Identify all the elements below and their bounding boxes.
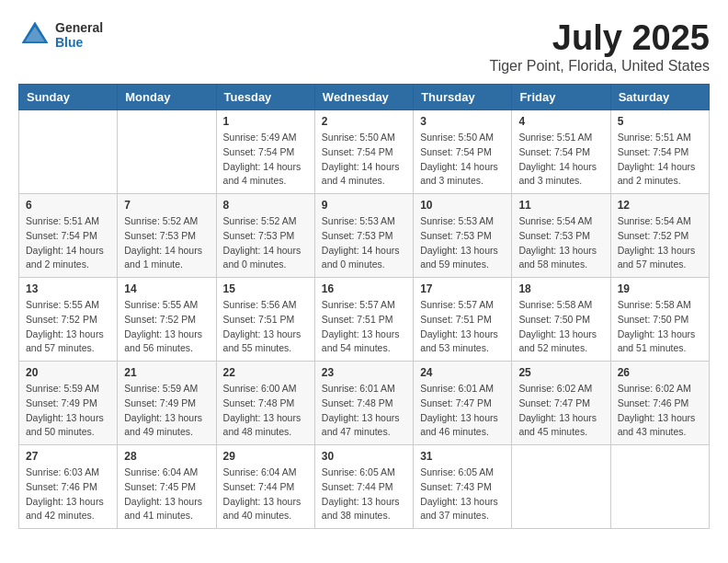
day-number: 6 — [26, 199, 110, 212]
calendar-cell: 22Sunrise: 6:00 AM Sunset: 7:48 PM Dayli… — [216, 362, 314, 445]
day-number: 20 — [26, 366, 110, 379]
calendar-cell: 27Sunrise: 6:03 AM Sunset: 7:46 PM Dayli… — [19, 445, 118, 529]
day-number: 5 — [618, 115, 702, 128]
calendar-cell: 7Sunrise: 5:52 AM Sunset: 7:53 PM Daylig… — [118, 194, 216, 278]
calendar-cell: 18Sunrise: 5:58 AM Sunset: 7:50 PM Dayli… — [512, 278, 610, 362]
day-number: 17 — [420, 282, 505, 295]
day-number: 14 — [124, 282, 209, 295]
day-info: Sunrise: 5:50 AM Sunset: 7:54 PM Dayligh… — [322, 131, 406, 189]
header-day-thursday: Thursday — [414, 85, 512, 110]
week-row-0: 1Sunrise: 5:49 AM Sunset: 7:54 PM Daylig… — [19, 110, 710, 194]
day-info: Sunrise: 5:50 AM Sunset: 7:54 PM Dayligh… — [420, 131, 505, 189]
logo-icon — [18, 18, 51, 52]
day-info: Sunrise: 5:54 AM Sunset: 7:52 PM Dayligh… — [618, 214, 702, 272]
calendar-cell — [610, 445, 709, 529]
header-day-monday: Monday — [118, 85, 216, 110]
calendar-cell: 10Sunrise: 5:53 AM Sunset: 7:53 PM Dayli… — [414, 194, 512, 278]
day-number: 31 — [420, 450, 505, 463]
calendar-cell — [19, 110, 118, 194]
week-row-3: 20Sunrise: 5:59 AM Sunset: 7:49 PM Dayli… — [19, 362, 710, 445]
day-number: 10 — [420, 199, 505, 212]
day-info: Sunrise: 6:05 AM Sunset: 7:43 PM Dayligh… — [420, 465, 505, 523]
day-info: Sunrise: 6:03 AM Sunset: 7:46 PM Dayligh… — [26, 465, 110, 523]
day-info: Sunrise: 5:57 AM Sunset: 7:51 PM Dayligh… — [322, 298, 406, 356]
day-info: Sunrise: 6:00 AM Sunset: 7:48 PM Dayligh… — [223, 382, 308, 440]
day-info: Sunrise: 6:02 AM Sunset: 7:46 PM Dayligh… — [618, 382, 702, 440]
calendar-cell: 3Sunrise: 5:50 AM Sunset: 7:54 PM Daylig… — [414, 110, 512, 194]
calendar-cell: 2Sunrise: 5:50 AM Sunset: 7:54 PM Daylig… — [314, 110, 413, 194]
calendar-cell: 9Sunrise: 5:53 AM Sunset: 7:53 PM Daylig… — [314, 194, 413, 278]
calendar-cell: 23Sunrise: 6:01 AM Sunset: 7:48 PM Dayli… — [314, 362, 413, 445]
calendar-cell: 11Sunrise: 5:54 AM Sunset: 7:53 PM Dayli… — [512, 194, 610, 278]
day-info: Sunrise: 5:55 AM Sunset: 7:52 PM Dayligh… — [124, 298, 209, 356]
calendar-cell: 25Sunrise: 6:02 AM Sunset: 7:47 PM Dayli… — [512, 362, 610, 445]
day-number: 12 — [618, 199, 702, 212]
day-number: 22 — [223, 366, 308, 379]
day-info: Sunrise: 5:54 AM Sunset: 7:53 PM Dayligh… — [518, 214, 603, 272]
day-number: 27 — [26, 450, 110, 463]
header-day-wednesday: Wednesday — [314, 85, 413, 110]
calendar-cell: 19Sunrise: 5:58 AM Sunset: 7:50 PM Dayli… — [610, 278, 709, 362]
day-number: 24 — [420, 366, 505, 379]
day-info: Sunrise: 5:58 AM Sunset: 7:50 PM Dayligh… — [618, 298, 702, 356]
day-info: Sunrise: 5:53 AM Sunset: 7:53 PM Dayligh… — [322, 214, 406, 272]
calendar-cell: 5Sunrise: 5:51 AM Sunset: 7:54 PM Daylig… — [610, 110, 709, 194]
calendar-cell: 12Sunrise: 5:54 AM Sunset: 7:52 PM Dayli… — [610, 194, 709, 278]
calendar-cell: 29Sunrise: 6:04 AM Sunset: 7:44 PM Dayli… — [216, 445, 314, 529]
page-header: General Blue July 2025 Tiger Point, Flor… — [18, 18, 710, 75]
day-info: Sunrise: 5:53 AM Sunset: 7:53 PM Dayligh… — [420, 214, 505, 272]
day-number: 19 — [618, 282, 702, 295]
day-number: 9 — [322, 199, 406, 212]
calendar-cell: 6Sunrise: 5:51 AM Sunset: 7:54 PM Daylig… — [19, 194, 118, 278]
day-number: 30 — [322, 450, 406, 463]
main-title: July 2025 — [489, 18, 710, 58]
calendar-table: SundayMondayTuesdayWednesdayThursdayFrid… — [18, 84, 710, 529]
day-info: Sunrise: 5:59 AM Sunset: 7:49 PM Dayligh… — [124, 382, 209, 440]
calendar-cell: 15Sunrise: 5:56 AM Sunset: 7:51 PM Dayli… — [216, 278, 314, 362]
logo-text: General Blue — [55, 20, 103, 50]
calendar-cell: 16Sunrise: 5:57 AM Sunset: 7:51 PM Dayli… — [314, 278, 413, 362]
week-row-4: 27Sunrise: 6:03 AM Sunset: 7:46 PM Dayli… — [19, 445, 710, 529]
day-info: Sunrise: 5:51 AM Sunset: 7:54 PM Dayligh… — [518, 131, 603, 189]
calendar-cell: 26Sunrise: 6:02 AM Sunset: 7:46 PM Dayli… — [610, 362, 709, 445]
day-info: Sunrise: 5:57 AM Sunset: 7:51 PM Dayligh… — [420, 298, 505, 356]
calendar-cell: 1Sunrise: 5:49 AM Sunset: 7:54 PM Daylig… — [216, 110, 314, 194]
logo: General Blue — [18, 18, 103, 52]
day-number: 1 — [223, 115, 308, 128]
calendar-cell: 31Sunrise: 6:05 AM Sunset: 7:43 PM Dayli… — [414, 445, 512, 529]
day-number: 4 — [518, 115, 603, 128]
day-info: Sunrise: 5:55 AM Sunset: 7:52 PM Dayligh… — [26, 298, 110, 356]
day-number: 28 — [124, 450, 209, 463]
day-info: Sunrise: 5:58 AM Sunset: 7:50 PM Dayligh… — [518, 298, 603, 356]
calendar-cell: 21Sunrise: 5:59 AM Sunset: 7:49 PM Dayli… — [118, 362, 216, 445]
calendar-cell: 17Sunrise: 5:57 AM Sunset: 7:51 PM Dayli… — [414, 278, 512, 362]
calendar-cell — [512, 445, 610, 529]
day-info: Sunrise: 6:04 AM Sunset: 7:44 PM Dayligh… — [223, 465, 308, 523]
calendar-cell — [118, 110, 216, 194]
day-info: Sunrise: 6:05 AM Sunset: 7:44 PM Dayligh… — [322, 465, 406, 523]
day-info: Sunrise: 6:04 AM Sunset: 7:45 PM Dayligh… — [124, 465, 209, 523]
day-info: Sunrise: 5:52 AM Sunset: 7:53 PM Dayligh… — [223, 214, 308, 272]
day-number: 29 — [223, 450, 308, 463]
day-info: Sunrise: 5:51 AM Sunset: 7:54 PM Dayligh… — [618, 131, 702, 189]
day-info: Sunrise: 6:01 AM Sunset: 7:47 PM Dayligh… — [420, 382, 505, 440]
header-day-saturday: Saturday — [610, 85, 709, 110]
calendar-header: SundayMondayTuesdayWednesdayThursdayFrid… — [19, 85, 710, 110]
title-block: July 2025 Tiger Point, Florida, United S… — [489, 18, 710, 75]
week-row-1: 6Sunrise: 5:51 AM Sunset: 7:54 PM Daylig… — [19, 194, 710, 278]
week-row-2: 13Sunrise: 5:55 AM Sunset: 7:52 PM Dayli… — [19, 278, 710, 362]
header-day-tuesday: Tuesday — [216, 85, 314, 110]
calendar-cell: 8Sunrise: 5:52 AM Sunset: 7:53 PM Daylig… — [216, 194, 314, 278]
day-info: Sunrise: 5:59 AM Sunset: 7:49 PM Dayligh… — [26, 382, 110, 440]
day-number: 18 — [518, 282, 603, 295]
day-number: 26 — [618, 366, 702, 379]
day-number: 13 — [26, 282, 110, 295]
day-number: 8 — [223, 199, 308, 212]
day-number: 23 — [322, 366, 406, 379]
day-number: 2 — [322, 115, 406, 128]
calendar-cell: 13Sunrise: 5:55 AM Sunset: 7:52 PM Dayli… — [19, 278, 118, 362]
day-info: Sunrise: 6:01 AM Sunset: 7:48 PM Dayligh… — [322, 382, 406, 440]
day-number: 15 — [223, 282, 308, 295]
day-number: 16 — [322, 282, 406, 295]
day-info: Sunrise: 5:52 AM Sunset: 7:53 PM Dayligh… — [124, 214, 209, 272]
